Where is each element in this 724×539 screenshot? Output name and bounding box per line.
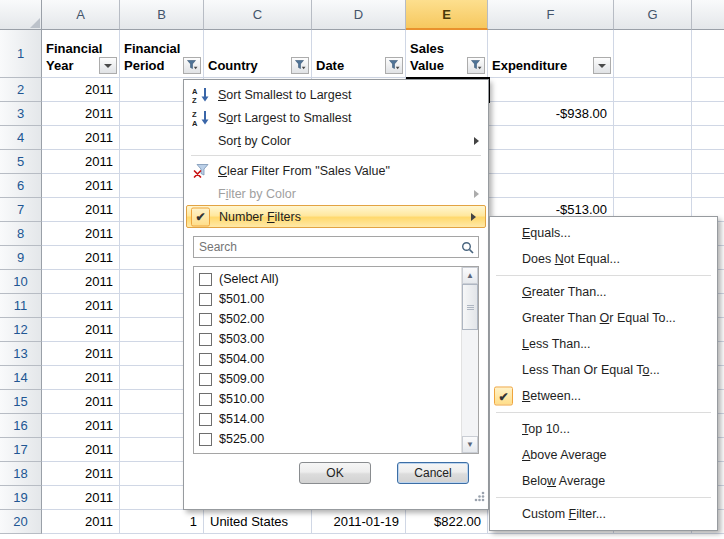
- submenu-item-greater-than-or-equal-to[interactable]: Greater Than Or Equal To...: [490, 305, 717, 331]
- row-header-2[interactable]: 2: [0, 78, 42, 102]
- filter-list-item[interactable]: $510.00: [194, 389, 461, 409]
- cell-A6[interactable]: 2011: [42, 174, 120, 198]
- cell-G3[interactable]: [614, 102, 692, 126]
- row-header-15[interactable]: 15: [0, 390, 42, 414]
- filter-list-item[interactable]: $504.00: [194, 349, 461, 369]
- search-icon[interactable]: [461, 240, 474, 258]
- cell-A16[interactable]: 2011: [42, 414, 120, 438]
- filter-list-item[interactable]: $509.00: [194, 369, 461, 389]
- column-header-C[interactable]: C: [204, 0, 312, 30]
- row-header-4[interactable]: 4: [0, 126, 42, 150]
- row-header-3[interactable]: 3: [0, 102, 42, 126]
- filter-list-item[interactable]: (Select All): [194, 269, 461, 289]
- submenu-item-less-than[interactable]: Less Than...: [490, 331, 717, 357]
- filter-list-item[interactable]: $514.00: [194, 409, 461, 429]
- submenu-item-custom-filter[interactable]: Custom Filter...: [490, 501, 717, 527]
- checkbox[interactable]: [199, 353, 212, 366]
- filter-button-E[interactable]: [467, 57, 485, 74]
- cell-D1[interactable]: Date: [312, 30, 406, 78]
- filter-button-D[interactable]: [385, 57, 403, 74]
- select-all-corner[interactable]: [0, 0, 42, 30]
- row-header-17[interactable]: 17: [0, 438, 42, 462]
- row-header-6[interactable]: 6: [0, 174, 42, 198]
- filter-button-C[interactable]: [291, 57, 309, 74]
- submenu-item-above-average[interactable]: Above Average: [490, 442, 717, 468]
- cancel-button[interactable]: Cancel: [397, 462, 469, 484]
- scroll-thumb[interactable]: [462, 284, 478, 330]
- cell-G6[interactable]: [614, 174, 692, 198]
- cell-H2[interactable]: [692, 78, 724, 102]
- cell-A19[interactable]: 2011: [42, 486, 120, 510]
- cell-D20[interactable]: 2011-01-19: [312, 510, 406, 534]
- checkbox[interactable]: [199, 293, 212, 306]
- filter-button-B[interactable]: [183, 57, 201, 74]
- cell-A14[interactable]: 2011: [42, 366, 120, 390]
- cell-A7[interactable]: 2011: [42, 198, 120, 222]
- menu-item-sort-smallest-to-largest[interactable]: AZSort Smallest to Largest: [184, 83, 488, 106]
- cell-G1[interactable]: [614, 30, 692, 78]
- checkbox[interactable]: [199, 273, 212, 286]
- row-header-12[interactable]: 12: [0, 318, 42, 342]
- checkbox[interactable]: [199, 313, 212, 326]
- submenu-item-between[interactable]: ✔Between...: [490, 383, 717, 409]
- resize-grip-icon[interactable]: [473, 489, 486, 507]
- cell-A17[interactable]: 2011: [42, 438, 120, 462]
- filter-list-item[interactable]: $525.00: [194, 429, 461, 449]
- cell-F1[interactable]: Expenditure: [488, 30, 614, 78]
- column-header-D[interactable]: D: [312, 0, 406, 30]
- cell-F6[interactable]: [488, 174, 614, 198]
- filter-list-item[interactable]: $503.00: [194, 329, 461, 349]
- filter-button-A[interactable]: [99, 57, 117, 74]
- cell-A1[interactable]: FinancialYear: [42, 30, 120, 78]
- cell-H1[interactable]: [692, 30, 724, 78]
- scrollbar[interactable]: ▲ ▼: [461, 267, 478, 453]
- cell-F3[interactable]: -$938.00: [488, 102, 614, 126]
- menu-item-sort-largest-to-smallest[interactable]: ZASort Largest to Smallest: [184, 106, 488, 129]
- ok-button[interactable]: OK: [299, 462, 371, 484]
- checkbox[interactable]: [199, 373, 212, 386]
- cell-B20[interactable]: 1: [120, 510, 204, 534]
- cell-E1[interactable]: SalesValue: [406, 30, 488, 78]
- cell-C20[interactable]: United States: [204, 510, 312, 534]
- menu-item-number-filters[interactable]: ✔Number Filters: [186, 205, 486, 228]
- row-header-13[interactable]: 13: [0, 342, 42, 366]
- submenu-item-greater-than[interactable]: Greater Than...: [490, 279, 717, 305]
- checkbox[interactable]: [199, 413, 212, 426]
- row-header-8[interactable]: 8: [0, 222, 42, 246]
- column-header-G[interactable]: G: [614, 0, 692, 30]
- cell-C1[interactable]: Country: [204, 30, 312, 78]
- search-input[interactable]: [193, 236, 479, 258]
- menu-item-clear-filter[interactable]: Clear Filter From "Sales Value": [184, 159, 488, 182]
- cell-H3[interactable]: [692, 102, 724, 126]
- checkbox[interactable]: [199, 333, 212, 346]
- column-header-B[interactable]: B: [120, 0, 204, 30]
- row-header-9[interactable]: 9: [0, 246, 42, 270]
- submenu-item-top-10[interactable]: Top 10...: [490, 416, 717, 442]
- cell-F4[interactable]: [488, 126, 614, 150]
- cell-A18[interactable]: 2011: [42, 462, 120, 486]
- cell-A13[interactable]: 2011: [42, 342, 120, 366]
- scroll-down-button[interactable]: ▼: [462, 436, 478, 453]
- checkbox[interactable]: [199, 393, 212, 406]
- row-header-14[interactable]: 14: [0, 366, 42, 390]
- cell-A9[interactable]: 2011: [42, 246, 120, 270]
- submenu-item-equals[interactable]: Equals...: [490, 220, 717, 246]
- cell-A15[interactable]: 2011: [42, 390, 120, 414]
- row-header-1[interactable]: 1: [0, 30, 42, 78]
- cell-B1[interactable]: FinancialPeriod: [120, 30, 204, 78]
- filter-button-F[interactable]: [593, 57, 611, 74]
- cell-A8[interactable]: 2011: [42, 222, 120, 246]
- cell-F5[interactable]: [488, 150, 614, 174]
- row-header-18[interactable]: 18: [0, 462, 42, 486]
- column-header-partial[interactable]: [692, 0, 724, 30]
- cell-A5[interactable]: 2011: [42, 150, 120, 174]
- row-header-11[interactable]: 11: [0, 294, 42, 318]
- row-header-16[interactable]: 16: [0, 414, 42, 438]
- cell-E20[interactable]: $822.00: [406, 510, 488, 534]
- filter-list-item[interactable]: $502.00: [194, 309, 461, 329]
- cell-A4[interactable]: 2011: [42, 126, 120, 150]
- column-header-F[interactable]: F: [488, 0, 614, 30]
- row-header-7[interactable]: 7: [0, 198, 42, 222]
- cell-A11[interactable]: 2011: [42, 294, 120, 318]
- submenu-item-below-average[interactable]: Below Average: [490, 468, 717, 494]
